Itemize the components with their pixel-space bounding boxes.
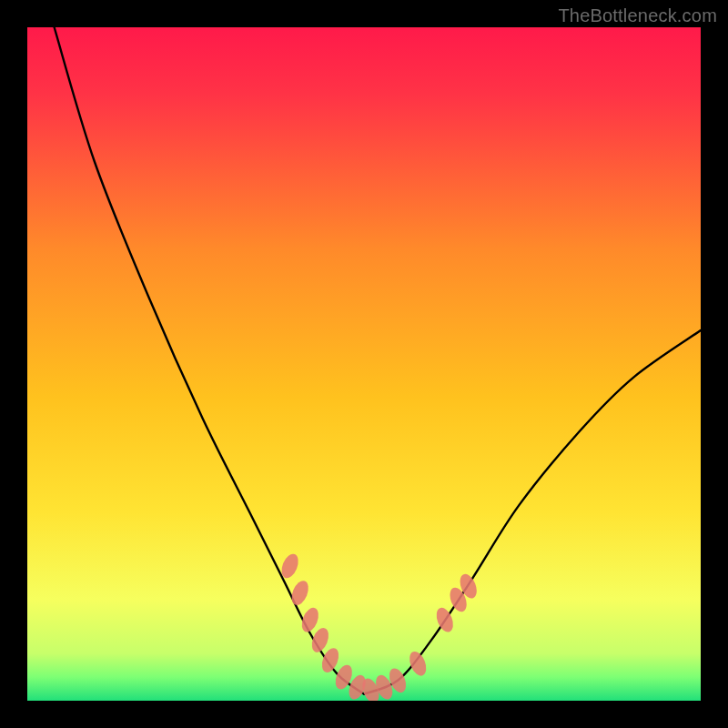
chart-background-gradient xyxy=(27,27,701,701)
chart-svg xyxy=(27,27,701,701)
chart-plot-area xyxy=(27,27,701,701)
chart-frame: TheBottleneck.com xyxy=(0,0,728,728)
watermark-text: TheBottleneck.com xyxy=(558,5,717,26)
